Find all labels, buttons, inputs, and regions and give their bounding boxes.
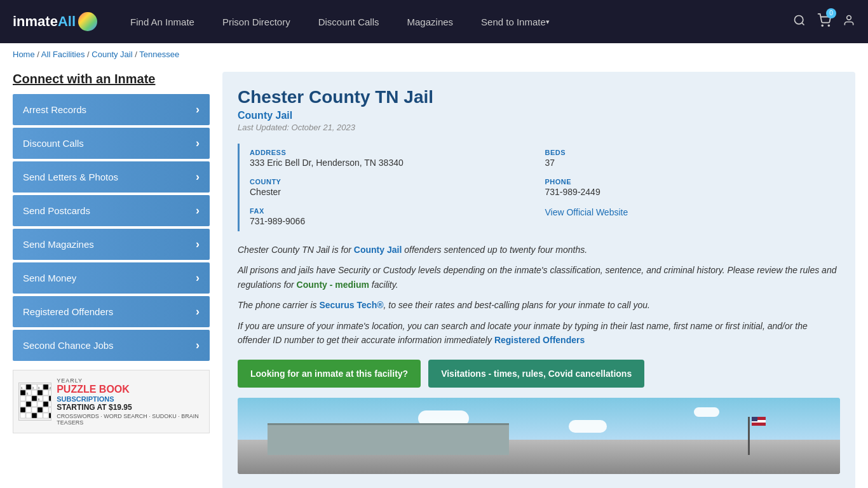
- svg-text:4: 4: [50, 386, 51, 390]
- svg-rect-39: [37, 413, 43, 418]
- county-label: COUNTY: [250, 178, 545, 186]
- svg-rect-40: [43, 413, 48, 418]
- logo-all: All: [58, 13, 76, 29]
- flag-icon: [752, 417, 766, 426]
- sidebar-item-label: Second Chance Jobs: [23, 340, 114, 351]
- logo-icon: [78, 12, 97, 31]
- chevron-right-icon: ›: [196, 204, 200, 217]
- chevron-right-icon: ›: [196, 137, 200, 150]
- navigation: inmateAll Find An Inmate Prison Director…: [0, 0, 868, 43]
- svg-rect-38: [32, 413, 37, 418]
- info-address: ADDRESS 333 Eric Bell Dr, Henderson, TN …: [250, 144, 545, 173]
- securus-link[interactable]: Securus Tech®: [319, 300, 383, 310]
- county-medium-link[interactable]: County - medium: [297, 280, 369, 290]
- breadcrumb-tennessee[interactable]: Tennessee: [139, 50, 179, 59]
- sidebar-title: Connect with an Inmate: [13, 72, 210, 86]
- ad-yearly: YEARLY: [57, 377, 204, 384]
- find-inmate-button[interactable]: Looking for an inmate at this facility?: [238, 360, 421, 388]
- sidebar-item-send-letters[interactable]: Send Letters & Photos ›: [13, 161, 210, 193]
- logo[interactable]: inmateAll: [13, 12, 97, 31]
- svg-rect-37: [26, 413, 31, 418]
- chevron-right-icon: ›: [196, 305, 200, 318]
- sidebar-item-label: Discount Calls: [23, 138, 84, 149]
- chevron-right-icon: ›: [196, 271, 200, 285]
- search-icon: [793, 14, 806, 27]
- svg-rect-32: [32, 407, 37, 412]
- info-phone: PHONE 731-989-2449: [545, 173, 841, 202]
- sidebar: Connect with an Inmate Arrest Records › …: [13, 72, 210, 488]
- svg-rect-15: [37, 390, 43, 395]
- user-icon: [843, 14, 855, 27]
- sidebar-item-arrest-records[interactable]: Arrest Records ›: [13, 94, 210, 125]
- sidebar-item-send-magazines[interactable]: Send Magazines ›: [13, 229, 210, 260]
- svg-rect-36: [20, 413, 25, 418]
- svg-rect-10: [43, 384, 48, 390]
- sidebar-item-send-postcards[interactable]: Send Postcards ›: [13, 195, 210, 226]
- svg-point-2: [822, 25, 823, 26]
- website-link[interactable]: View Official Website: [545, 207, 628, 217]
- info-website[interactable]: View Official Website: [545, 202, 841, 231]
- svg-rect-29: [49, 402, 51, 407]
- ad-starting: STARTING AT $19.95: [57, 403, 204, 412]
- breadcrumb-home[interactable]: Home: [13, 50, 35, 59]
- phone-label: PHONE: [545, 178, 841, 186]
- svg-rect-24: [20, 402, 25, 407]
- svg-rect-30: [20, 407, 25, 412]
- sidebar-item-discount-calls[interactable]: Discount Calls ›: [13, 128, 210, 159]
- svg-rect-34: [43, 407, 48, 412]
- nav-discount-calls[interactable]: Discount Calls: [304, 0, 393, 43]
- county-jail-link[interactable]: County Jail: [354, 245, 402, 255]
- sidebar-item-label: Send Magazines: [23, 239, 94, 250]
- sidebar-item-label: Registered Offenders: [23, 306, 113, 317]
- content-panel: Chester County TN Jail County Jail Last …: [222, 72, 855, 488]
- ad-banner[interactable]: 1 2 3 4 5 6 1 4 9 5 2 YEARLY: [13, 370, 210, 433]
- logo-text: inmateAll: [13, 13, 76, 30]
- info-county: COUNTY Chester: [250, 173, 545, 202]
- svg-rect-23: [49, 396, 51, 401]
- breadcrumb-all-facilities[interactable]: All Facilities: [41, 50, 85, 59]
- chevron-right-icon: ›: [196, 339, 200, 352]
- address-value: 333 Eric Bell Dr, Henderson, TN 38340: [250, 158, 545, 168]
- cloud-3: [694, 407, 719, 417]
- svg-rect-55: [752, 423, 766, 426]
- breadcrumb-county-jail[interactable]: County Jail: [92, 50, 132, 59]
- nav-prison-directory[interactable]: Prison Directory: [208, 0, 304, 43]
- cart-button[interactable]: 0: [817, 13, 831, 30]
- nav-send-to-inmate[interactable]: Send to Inmate: [467, 0, 564, 43]
- sidebar-item-label: Send Postcards: [23, 205, 90, 216]
- desc-paragraph-1: Chester County TN Jail is for County Jai…: [238, 243, 840, 257]
- nav-links: Find An Inmate Prison Directory Discount…: [116, 0, 793, 43]
- flag-pole: [748, 417, 750, 455]
- ad-puzzle-book: PUZZLE BOOK: [57, 384, 204, 395]
- sidebar-item-second-chance-jobs[interactable]: Second Chance Jobs ›: [13, 330, 210, 361]
- ad-text: YEARLY PUZZLE BOOK SUBSCRIPTIONS STARTIN…: [57, 377, 204, 426]
- sidebar-item-registered-offenders[interactable]: Registered Offenders ›: [13, 296, 210, 327]
- svg-rect-17: [49, 390, 51, 395]
- beds-label: BEDS: [545, 149, 841, 156]
- sidebar-item-send-money[interactable]: Send Money ›: [13, 262, 210, 294]
- nav-magazines[interactable]: Magazines: [393, 0, 468, 43]
- chevron-right-icon: ›: [196, 103, 200, 116]
- desc-paragraph-4: If you are unsure of your inmate's locat…: [238, 319, 840, 348]
- svg-rect-19: [26, 396, 31, 401]
- svg-rect-35: [49, 407, 51, 412]
- chevron-right-icon: ›: [196, 238, 200, 251]
- svg-rect-25: [26, 402, 31, 407]
- phone-value: 731-989-2449: [545, 187, 841, 197]
- cloud-2: [569, 420, 607, 433]
- nav-find-inmate[interactable]: Find An Inmate: [116, 0, 208, 43]
- user-button[interactable]: [843, 14, 855, 30]
- visitations-button[interactable]: Visitations - times, rules, Covid cancel…: [428, 360, 644, 388]
- facility-info-grid: ADDRESS 333 Eric Bell Dr, Henderson, TN …: [238, 144, 840, 231]
- registered-offenders-link[interactable]: Registered Offenders: [494, 335, 585, 345]
- search-button[interactable]: [793, 14, 806, 30]
- breadcrumb: Home / All Facilities / County Jail / Te…: [0, 43, 868, 65]
- svg-rect-22: [43, 396, 48, 401]
- svg-point-3: [828, 25, 829, 26]
- svg-rect-26: [32, 402, 37, 407]
- ad-puzzle-image: 1 2 3 4 5 6 1 4 9 5 2: [18, 383, 51, 421]
- svg-rect-16: [43, 390, 48, 395]
- chevron-right-icon: ›: [196, 170, 200, 184]
- sidebar-item-label: Send Letters & Photos: [23, 172, 118, 182]
- sidebar-menu: Arrest Records › Discount Calls › Send L…: [13, 94, 210, 361]
